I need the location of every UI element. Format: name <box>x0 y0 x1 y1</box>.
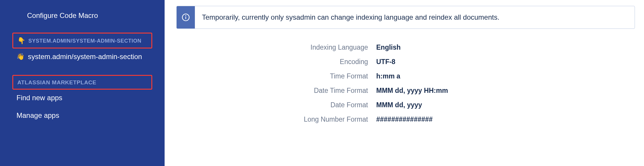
sidebar-item-configure-code-macro[interactable]: Configure Code Macro <box>12 7 152 24</box>
settings-label-date-format: Date Format <box>194 101 376 109</box>
settings-value-indexing-language: English <box>376 43 401 51</box>
sidebar-section-header-label: SYSTEM.ADMIN/SYSTEM-ADMIN-SECTION <box>29 38 142 44</box>
settings-label-indexing-language: Indexing Language <box>194 43 376 51</box>
sidebar: Configure Code Macro 👇 SYSTEM.ADMIN/SYST… <box>0 0 165 166</box>
settings-label-date-time-format: Date Time Format <box>194 87 376 95</box>
svg-point-2 <box>185 16 186 16</box>
settings-row: Encoding UTF-8 <box>194 58 644 66</box>
settings-row: Long Number Format ############### <box>194 115 644 123</box>
settings-value-time-format: h:mm a <box>376 72 400 80</box>
settings-value-date-time-format: MMM dd, yyyy HH:mm <box>376 87 448 95</box>
settings-label-encoding: Encoding <box>194 58 376 66</box>
settings-value-encoding: UTF-8 <box>376 58 395 66</box>
info-banner-text: Temporarily, currently only sysadmin can… <box>195 6 635 28</box>
settings-value-date-format: MMM dd, yyyy <box>376 101 422 109</box>
settings-row: Time Format h:mm a <box>194 72 644 80</box>
sidebar-item-find-new-apps[interactable]: Find new apps <box>12 90 152 106</box>
sidebar-item-label: system.admin/system-admin-section <box>28 53 142 61</box>
settings-row: Date Format MMM dd, yyyy <box>194 101 644 109</box>
waving-hand-icon: 👋 <box>16 53 24 61</box>
sidebar-section-header-system-admin: 👇 SYSTEM.ADMIN/SYSTEM-ADMIN-SECTION <box>12 33 152 48</box>
sidebar-section-header-marketplace: ATLASSIAN MARKETPLACE <box>12 75 152 90</box>
settings-row: Indexing Language English <box>194 43 644 51</box>
settings-value-long-number-format: ############### <box>376 115 433 123</box>
main-content: Temporarily, currently only sysadmin can… <box>165 0 644 166</box>
settings-row: Date Time Format MMM dd, yyyy HH:mm <box>194 87 644 95</box>
pointing-down-icon: 👇 <box>17 37 26 45</box>
settings-label-long-number-format: Long Number Format <box>194 115 376 123</box>
settings-table: Indexing Language English Encoding UTF-8… <box>194 43 644 123</box>
sidebar-item-system-admin-section[interactable]: 👋 system.admin/system-admin-section <box>12 48 152 65</box>
info-icon <box>177 6 195 28</box>
settings-label-time-format: Time Format <box>194 72 376 80</box>
sidebar-item-manage-apps[interactable]: Manage apps <box>12 107 152 124</box>
info-banner: Temporarily, currently only sysadmin can… <box>176 6 635 29</box>
